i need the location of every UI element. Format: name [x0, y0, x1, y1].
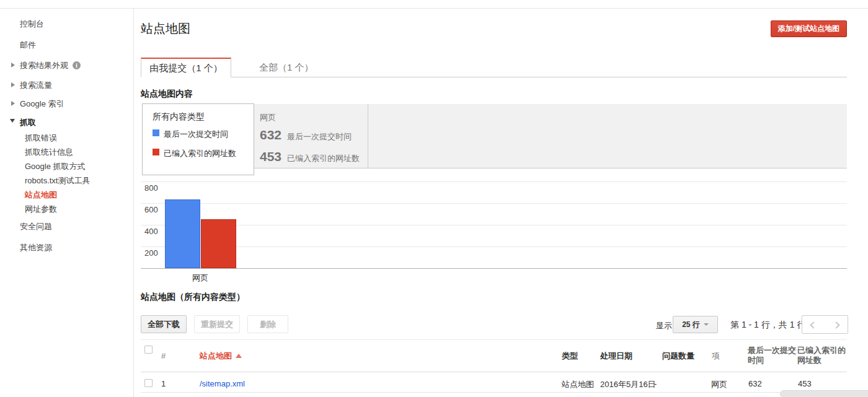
gridline-600 — [141, 203, 847, 204]
sidebar-item-messages[interactable]: 邮件 — [20, 40, 36, 51]
top-divider — [0, 8, 868, 9]
cell-items: 网页 — [711, 379, 727, 390]
add-test-sitemap-button[interactable]: 添加/测试站点地图 — [771, 20, 847, 37]
cell-num: 1 — [161, 379, 166, 388]
sidebar-item-label: 搜索结果外观 — [20, 61, 68, 70]
table-header-divider — [141, 372, 847, 372]
col-header-type: 类型 — [562, 351, 578, 362]
content-type-title: 所有内容类型 — [153, 111, 205, 123]
cell-last-submit: 632 — [748, 379, 762, 388]
sidebar-item-search-appearance[interactable]: 搜索结果外观 — [20, 60, 81, 71]
stat-card-title: 网页 — [260, 112, 276, 123]
col-header-indexed: 已编入索引的网址数 — [797, 346, 846, 365]
pagination-range: 第 1 - 1 行，共 1 行 — [730, 320, 805, 331]
sidebar-item-security-issues[interactable]: 安全问题 — [20, 221, 52, 232]
gridline-800 — [141, 181, 847, 182]
content-type-box: 所有内容类型 最后一次提交时间 已编入索引的网址数 — [142, 103, 254, 175]
show-label: 显示 — [656, 320, 672, 331]
chevron-right-icon — [11, 101, 15, 106]
cell-sitemap-link[interactable]: /sitemap.xml — [200, 379, 245, 388]
section-title-sitemaps-table: 站点地图（所有内容类型） — [141, 292, 245, 303]
sidebar-item-google-index[interactable]: Google 索引 — [20, 98, 64, 110]
cell-indexed: 453 — [798, 379, 812, 388]
bar-indexed — [201, 219, 236, 268]
stat-submitted-label: 最后一次提交时间 — [287, 131, 352, 142]
legend-swatch-indexed — [153, 149, 159, 155]
sidebar-divider — [133, 9, 134, 397]
col-header-num: # — [161, 351, 166, 360]
tab-all[interactable]: 全部（1 个） — [259, 62, 314, 74]
chevron-left-icon — [810, 321, 817, 328]
cell-date: 2016年5月16日 — [600, 379, 656, 390]
tab-submitted[interactable]: 由我提交（1 个） — [141, 58, 231, 77]
sidebar-item-crawl-stats[interactable]: 抓取统计信息 — [25, 147, 73, 158]
sidebar-item-fetch-as-google[interactable]: Google 抓取方式 — [25, 161, 86, 172]
chart-x-label: 网页 — [182, 273, 219, 284]
legend-label-indexed: 已编入索引的网址数 — [164, 148, 236, 159]
gridline-400 — [141, 225, 847, 225]
col-header-indexed-line2: 网址数 — [797, 356, 846, 365]
sitemaps-page: 控制台 邮件 搜索结果外观 搜索流量 Google 索引 抓取 抓取错误 抓取统… — [0, 0, 868, 397]
sidebar-item-crawl-errors[interactable]: 抓取错误 — [25, 133, 57, 144]
horizontal-scrollbar-thumb[interactable] — [780, 390, 868, 397]
cell-type: 站点地图 — [562, 379, 594, 390]
table-top-divider — [141, 339, 847, 340]
col-header-last-submit-line1: 最后一次提交 — [748, 346, 796, 356]
col-header-items: 项 — [712, 351, 720, 362]
ytick-400: 400 — [144, 227, 158, 236]
resubmit-button: 重新提交 — [194, 315, 240, 333]
sidebar-item-url-parameters[interactable]: 网址参数 — [25, 204, 57, 215]
chevron-down-icon — [10, 119, 15, 123]
ytick-800: 800 — [144, 183, 158, 193]
sidebar-item-sitemaps[interactable]: 站点地图 — [25, 190, 57, 201]
col-header-indexed-line1: 已编入索引的 — [797, 346, 846, 356]
download-all-button[interactable]: 全部下载 — [141, 315, 187, 333]
sidebar-item-dashboard[interactable]: 控制台 — [20, 19, 44, 30]
dropdown-arrow-icon — [704, 323, 709, 326]
select-all-checkbox[interactable] — [144, 346, 153, 354]
sidebar-item-other-resources[interactable]: 其他资源 — [20, 242, 52, 253]
legend-label-submitted: 最后一次提交时间 — [164, 129, 228, 140]
row-checkbox[interactable] — [144, 379, 153, 387]
sidebar-item-robots-tester[interactable]: robots.txt测试工具 — [25, 175, 90, 186]
sidebar-item-crawl[interactable]: 抓取 — [20, 117, 36, 128]
stat-indexed-label: 已编入索引的网址数 — [287, 153, 360, 164]
sidebar-item-search-traffic[interactable]: 搜索流量 — [20, 80, 52, 91]
sort-ascending-icon — [236, 354, 242, 358]
col-header-sitemap-label: 站点地图 — [200, 351, 232, 360]
delete-button: 删除 — [247, 315, 288, 333]
stat-indexed-value: 453 — [260, 149, 281, 164]
stats-panel-divider — [368, 104, 368, 168]
chevron-right-icon — [833, 321, 839, 328]
legend-swatch-submitted — [153, 129, 159, 136]
col-header-date: 处理日期 — [600, 351, 632, 362]
ytick-600: 600 — [144, 205, 158, 214]
stat-submitted-value: 632 — [260, 128, 281, 142]
gridline-200 — [141, 246, 847, 247]
chart-baseline — [141, 268, 847, 269]
info-icon[interactable] — [73, 61, 81, 69]
table-row-divider — [141, 392, 847, 393]
next-page-button — [825, 315, 848, 334]
ytick-200: 200 — [144, 248, 158, 258]
chevron-right-icon — [11, 63, 15, 68]
section-title-sitemap-content: 站点地图内容 — [141, 89, 193, 100]
page-size-value: 25 行 — [682, 320, 700, 329]
col-header-issues: 问题数量 — [662, 351, 694, 362]
col-header-last-submit-line2: 时间 — [748, 356, 796, 365]
col-header-last-submit: 最后一次提交时间 — [748, 346, 796, 365]
cell-issues: - — [654, 379, 657, 388]
prev-page-button — [802, 315, 825, 334]
bar-submitted — [165, 199, 200, 268]
chevron-right-icon — [11, 82, 15, 87]
page-title: 站点地图 — [141, 20, 190, 37]
tab-bar-divider — [141, 77, 847, 77]
col-header-sitemap[interactable]: 站点地图 — [200, 351, 242, 362]
page-size-dropdown[interactable]: 25 行 — [673, 316, 718, 333]
